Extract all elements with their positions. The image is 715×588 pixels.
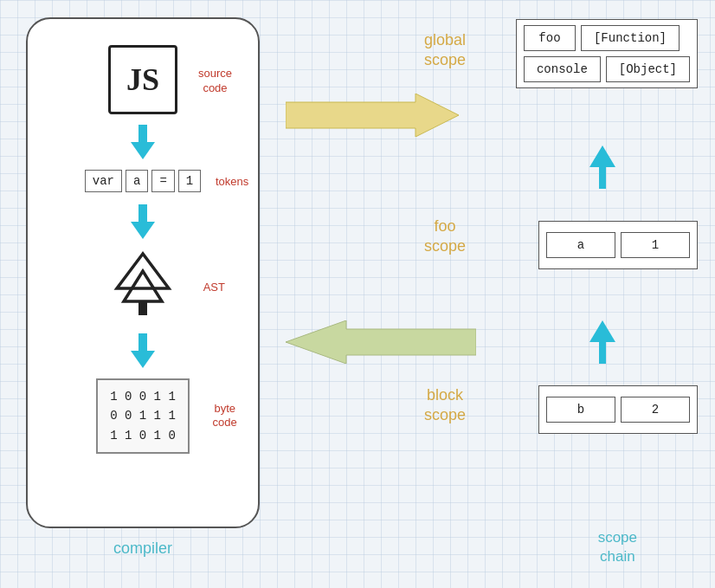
block-b-cell: b — [546, 397, 615, 423]
bytecode-line-1: 1 0 0 1 1 — [110, 387, 176, 406]
svg-marker-1 — [124, 271, 162, 301]
foo-scope-label: fooscope — [424, 216, 466, 257]
global-scope-row-1: foo [Function] — [524, 25, 690, 51]
token-var: var — [85, 170, 122, 192]
token-1: 1 — [178, 170, 201, 192]
block-scope-box: b 2 — [538, 385, 698, 434]
global-scope-box: foo [Function] console [Object] — [516, 19, 698, 88]
bytecode-line-3: 1 1 0 1 0 — [110, 426, 176, 445]
tokens-row: var a = 1 tokens — [85, 170, 201, 192]
svg-marker-3 — [286, 94, 459, 137]
foo-a-cell: a — [546, 232, 615, 258]
svg-marker-6 — [286, 320, 476, 364]
svg-rect-7 — [599, 339, 606, 364]
bytecode-label: bytecode — [213, 402, 237, 431]
scope-chain-label: scopechain — [598, 528, 637, 566]
token-a: a — [126, 170, 148, 192]
foo-scope-arrow — [286, 320, 476, 364]
ast-tree-container: AST — [108, 249, 177, 323]
global-scope-arrow — [286, 94, 459, 137]
arrow-head-2 — [131, 222, 155, 239]
compiler-label: compiler — [26, 540, 260, 558]
global-scope-label: globalscope — [424, 30, 466, 71]
svg-rect-2 — [138, 301, 147, 315]
source-code-label: sourcecode — [198, 67, 232, 96]
block-scope-label: blockscope — [424, 385, 466, 426]
global-console-cell: console — [524, 56, 601, 82]
arrow-stem-1 — [138, 125, 147, 142]
tokens-label: tokens — [216, 175, 248, 188]
cyan-up-arrow-1 — [589, 145, 615, 189]
bytecode-box: 1 0 0 1 1 0 0 1 1 1 1 1 0 1 0 — [96, 378, 190, 454]
global-object-cell: [Object] — [606, 56, 690, 82]
global-function-cell: [Function] — [581, 25, 680, 51]
svg-rect-4 — [599, 165, 606, 189]
token-equals: = — [151, 170, 174, 192]
arrow-head-1 — [131, 142, 155, 159]
block-2-cell: 2 — [621, 397, 690, 423]
global-scope-row-2: console [Object] — [524, 56, 690, 82]
js-logo: JS — [108, 45, 177, 114]
bytecode-line-2: 0 0 1 1 1 — [110, 406, 176, 425]
ast-label: AST — [203, 280, 225, 293]
compiler-panel: sourcecode JS var a = 1 tokens AST — [26, 17, 260, 528]
arrow-stem-2 — [138, 204, 147, 222]
foo-1-cell: 1 — [621, 232, 690, 258]
bytecode-container: 1 0 0 1 1 0 0 1 1 1 1 1 0 1 0 bytecode — [96, 378, 190, 454]
svg-marker-8 — [589, 320, 615, 342]
ast-tree-icon — [108, 249, 177, 319]
arrow-stem-3 — [138, 333, 147, 351]
global-foo-cell: foo — [524, 25, 576, 51]
foo-scope-box: a 1 — [538, 221, 698, 269]
arrow-head-3 — [131, 351, 155, 368]
cyan-up-arrow-2 — [589, 320, 615, 364]
svg-marker-5 — [589, 145, 615, 167]
